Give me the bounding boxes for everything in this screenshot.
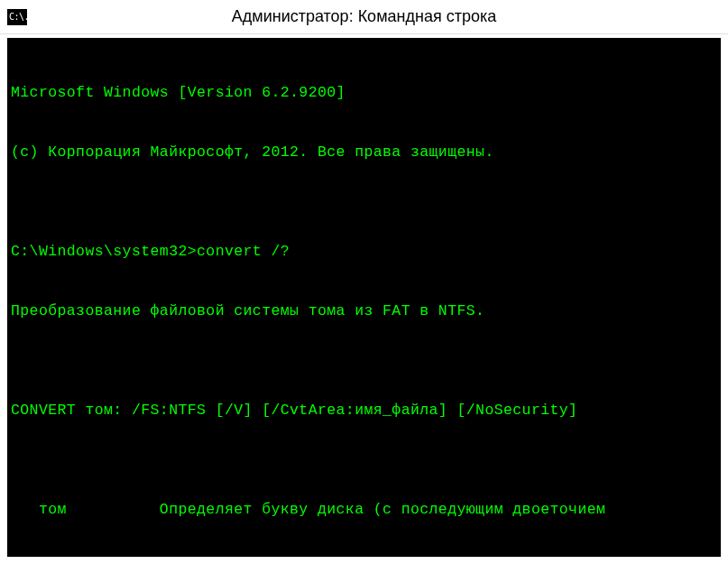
terminal-line: том Определяет букву диска (с последующи… (11, 500, 719, 520)
terminal-line: (c) Корпорация Майкрософт, 2012. Все пра… (11, 143, 719, 162)
cmd-window: C:\. Администратор: Командная строка Mic… (0, 0, 728, 564)
terminal-line: CONVERT том: /FS:NTFS [/V] [/CvtArea:имя… (11, 401, 719, 421)
terminal-output[interactable]: Microsoft Windows [Version 6.2.9200] (c)… (7, 38, 721, 557)
window-title: Администратор: Командная строка (32, 7, 696, 26)
titlebar[interactable]: C:\. Администратор: Командная строка (0, 0, 728, 34)
terminal-line: Преобразование файловой системы тома из … (11, 301, 719, 321)
terminal-line: C:\Windows\system32>convert /? (11, 242, 719, 262)
cmd-sysicon[interactable]: C:\. (7, 9, 27, 25)
terminal-line: Microsoft Windows [Version 6.2.9200] (11, 83, 719, 103)
